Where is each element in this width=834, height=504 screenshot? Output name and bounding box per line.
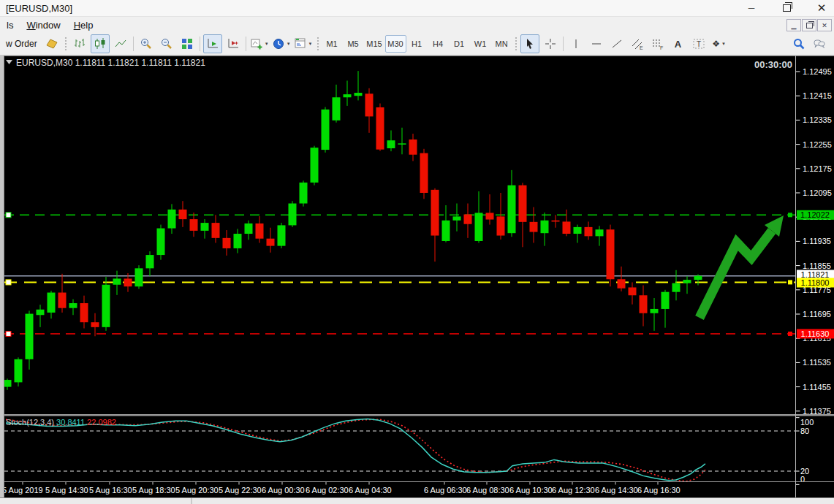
timeframe-button-M1[interactable]: M1: [322, 35, 343, 53]
price-level-badge: 1.12022: [797, 210, 834, 220]
bottom-scroll-area[interactable]: [0, 497, 834, 504]
svg-text:1.11630: 1.11630: [801, 329, 830, 338]
line-anchor-handle[interactable]: [788, 280, 792, 284]
window-left-frame: [0, 56, 4, 504]
price-axis-label: 1.12255: [803, 140, 832, 149]
timeframe-button-H4[interactable]: H4: [428, 35, 449, 53]
horizontal-line-tool-icon[interactable]: [587, 34, 606, 53]
close-window-button[interactable]: ✕: [814, 1, 830, 15]
timeframe-button-D1[interactable]: D1: [449, 35, 470, 53]
cursor-icon[interactable]: [520, 34, 539, 53]
line-chart-icon[interactable]: [111, 34, 130, 53]
time-axis-label: 6 Aug 00:30: [262, 486, 305, 495]
candle: [311, 146, 319, 186]
line-anchor-handle[interactable]: [6, 331, 11, 336]
svg-text:1.12022: 1.12022: [800, 210, 830, 219]
text-tool-icon[interactable]: A: [669, 34, 688, 53]
menu-item-help[interactable]: Help: [67, 18, 100, 32]
price-axis-label: 1.11535: [803, 358, 831, 367]
time-axis-label: 6 Aug 06:30: [424, 486, 467, 495]
candlestick-chart-icon[interactable]: [91, 34, 110, 53]
title-bar: [EURUSD,M30] ─ ✕: [0, 0, 834, 17]
svg-text:T: T: [697, 40, 701, 48]
chart-shift-icon[interactable]: [224, 34, 243, 53]
pane-separator[interactable]: [0, 414, 834, 416]
candle: [607, 225, 615, 287]
candle: [420, 149, 428, 199]
equidistant-channel-tool-icon[interactable]: E: [628, 34, 647, 53]
dropdown-caret-icon: ▼: [265, 42, 269, 46]
time-axis-label: 5 Aug 18:30: [132, 486, 175, 495]
close-chart-button[interactable]: ✕: [817, 19, 832, 31]
timeframe-button-MN[interactable]: MN: [491, 35, 512, 53]
time-axis-label: 5 Aug 14:30: [45, 486, 88, 495]
auto-scroll-icon[interactable]: [203, 34, 222, 53]
svg-text:E: E: [640, 45, 643, 50]
time-axis-label: 6 Aug 08:30: [466, 486, 509, 495]
menu-item-ls[interactable]: ls: [0, 18, 20, 32]
new-order-button[interactable]: w Order: [2, 34, 41, 53]
stoch-axis-label: 0: [800, 475, 805, 484]
candle: [289, 201, 297, 227]
price-level-badge: 1.11800: [797, 278, 834, 288]
chat-icon[interactable]: [810, 34, 829, 53]
text-label-tool-icon[interactable]: T: [689, 34, 708, 53]
arrows-tool-icon[interactable]: ❖▼: [710, 34, 729, 53]
candle: [102, 277, 110, 331]
zoom-out-icon[interactable]: [157, 34, 176, 53]
timeframe-button-W1[interactable]: W1: [470, 35, 491, 53]
minimize-chart-button[interactable]: ▁: [786, 19, 801, 31]
trade-icon[interactable]: [42, 34, 61, 53]
trendline-tool-icon[interactable]: [607, 34, 626, 53]
minimize-window-button[interactable]: ─: [743, 1, 759, 15]
line-anchor-handle[interactable]: [6, 280, 11, 285]
countdown-timer: 00:30:00: [754, 59, 792, 70]
price-axis-label: 1.11695: [803, 310, 831, 318]
line-anchor-handle[interactable]: [6, 213, 11, 218]
candle: [278, 223, 286, 248]
fibonacci-tool-icon[interactable]: F: [648, 34, 667, 53]
line-anchor-handle[interactable]: [788, 332, 792, 336]
toolbar-handle: [317, 37, 319, 50]
dropdown-caret-icon: ▼: [287, 42, 291, 46]
price-axis-label: 1.12415: [803, 91, 832, 100]
price-axis-label: 1.12495: [803, 67, 832, 76]
indicators-icon[interactable]: ▼: [249, 34, 270, 53]
time-axis-label: 6 Aug 14:30: [595, 486, 638, 495]
stoch-axis-label: 80: [800, 427, 809, 435]
restore-window-button[interactable]: [778, 1, 795, 15]
chart-window-controls: ▁ ✕: [786, 19, 832, 31]
tile-windows-icon[interactable]: [178, 34, 197, 53]
timeframe-button-M30[interactable]: M30: [385, 35, 406, 53]
restore-chart-icon: [806, 23, 813, 28]
timeframe-button-M15[interactable]: M15: [364, 35, 385, 53]
timeframe-button-H1[interactable]: H1: [406, 35, 428, 53]
timeframe-button-M5[interactable]: M5: [343, 35, 364, 53]
periods-icon[interactable]: ▼: [271, 34, 292, 53]
chart-canvas[interactable]: 1.124951.124151.123351.122551.121751.120…: [0, 56, 834, 504]
restore-chart-button[interactable]: [802, 19, 816, 31]
price-axis-label: 1.11935: [803, 237, 831, 245]
menu-item-window[interactable]: Window: [20, 18, 67, 32]
vertical-line-tool-icon[interactable]: [566, 34, 585, 53]
price-axis-label: 1.12335: [803, 115, 832, 124]
dropdown-caret-icon: ▼: [721, 42, 726, 46]
toolbar-separator: [133, 37, 134, 51]
toolbar-separator: [563, 37, 564, 51]
crosshair-icon[interactable]: [541, 34, 560, 53]
price-axis-label: 1.12175: [803, 164, 832, 173]
toolbar-separator: [246, 37, 246, 51]
bar-chart-icon[interactable]: [70, 34, 89, 53]
search-icon[interactable]: [789, 34, 808, 53]
window-title: [EURUSD,M30]: [6, 3, 72, 14]
price-level-badge: 1.11630: [797, 329, 834, 338]
templates-icon[interactable]: ▼: [293, 34, 314, 53]
line-anchor-handle[interactable]: [788, 213, 792, 217]
zoom-in-icon[interactable]: [137, 34, 156, 53]
svg-text:1.11800: 1.11800: [801, 278, 830, 287]
time-axis-label: 5 Aug 22:30: [219, 486, 262, 495]
svg-text:F: F: [660, 45, 663, 50]
time-axis-label: 5 Aug 20:30: [175, 486, 219, 495]
toolbar-separator: [200, 37, 200, 51]
restore-icon: [783, 4, 791, 12]
